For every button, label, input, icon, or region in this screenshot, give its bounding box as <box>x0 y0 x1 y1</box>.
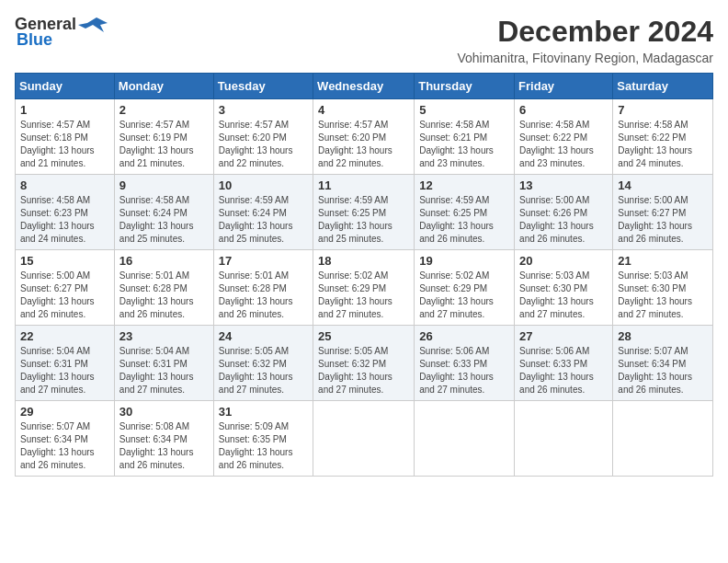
day-detail: Sunrise: 4:57 AMSunset: 6:20 PMDaylight:… <box>318 120 392 168</box>
day-detail: Sunrise: 5:00 AMSunset: 6:27 PMDaylight:… <box>20 270 95 319</box>
day-number: 28 <box>618 329 708 343</box>
table-cell: 21 Sunrise: 5:03 AMSunset: 6:30 PMDaylig… <box>613 250 713 326</box>
day-number: 3 <box>219 103 308 117</box>
table-cell: 13 Sunrise: 5:00 AMSunset: 6:26 PMDaylig… <box>515 175 613 250</box>
day-number: 12 <box>419 178 509 192</box>
week-row-2: 8 Sunrise: 4:58 AMSunset: 6:23 PMDayligh… <box>16 175 713 250</box>
day-detail: Sunrise: 5:03 AMSunset: 6:30 PMDaylight:… <box>618 270 692 319</box>
header-tuesday: Tuesday <box>213 74 313 99</box>
table-cell: 11 Sunrise: 4:59 AMSunset: 6:25 PMDaylig… <box>313 175 415 250</box>
table-cell: 29 Sunrise: 5:07 AMSunset: 6:34 PMDaylig… <box>16 401 115 477</box>
day-number: 22 <box>20 329 109 343</box>
table-cell: 9 Sunrise: 4:58 AMSunset: 6:24 PMDayligh… <box>114 175 213 250</box>
logo-bird-icon <box>78 16 108 34</box>
table-cell: 10 Sunrise: 4:59 AMSunset: 6:24 PMDaylig… <box>213 175 313 250</box>
day-detail: Sunrise: 5:02 AMSunset: 6:29 PMDaylight:… <box>419 270 494 319</box>
day-detail: Sunrise: 5:00 AMSunset: 6:26 PMDaylight:… <box>519 195 594 244</box>
svg-marker-0 <box>78 17 108 32</box>
table-cell: 2 Sunrise: 4:57 AMSunset: 6:19 PMDayligh… <box>114 99 213 175</box>
day-detail: Sunrise: 4:59 AMSunset: 6:25 PMDaylight:… <box>419 195 494 244</box>
table-cell <box>415 401 515 477</box>
day-number: 30 <box>119 405 209 419</box>
day-number: 31 <box>219 405 308 419</box>
day-detail: Sunrise: 5:04 AMSunset: 6:31 PMDaylight:… <box>119 346 194 395</box>
day-detail: Sunrise: 5:00 AMSunset: 6:27 PMDaylight:… <box>618 195 692 244</box>
day-number: 29 <box>20 405 109 419</box>
header-wednesday: Wednesday <box>313 74 415 99</box>
day-number: 18 <box>318 254 409 268</box>
day-number: 25 <box>318 329 409 343</box>
day-detail: Sunrise: 4:59 AMSunset: 6:24 PMDaylight:… <box>219 195 293 244</box>
day-detail: Sunrise: 4:58 AMSunset: 6:22 PMDaylight:… <box>519 120 594 168</box>
day-number: 16 <box>119 254 209 268</box>
week-row-4: 22 Sunrise: 5:04 AMSunset: 6:31 PMDaylig… <box>16 326 713 401</box>
table-cell: 1 Sunrise: 4:57 AMSunset: 6:18 PMDayligh… <box>16 99 115 175</box>
header-friday: Friday <box>515 74 613 99</box>
day-detail: Sunrise: 5:03 AMSunset: 6:30 PMDaylight:… <box>519 270 594 319</box>
week-row-1: 1 Sunrise: 4:57 AMSunset: 6:18 PMDayligh… <box>16 99 713 175</box>
table-cell: 3 Sunrise: 4:57 AMSunset: 6:20 PMDayligh… <box>213 99 313 175</box>
header-sunday: Sunday <box>16 74 115 99</box>
table-cell: 30 Sunrise: 5:08 AMSunset: 6:34 PMDaylig… <box>114 401 213 477</box>
table-cell: 27 Sunrise: 5:06 AMSunset: 6:33 PMDaylig… <box>515 326 613 401</box>
table-cell: 7 Sunrise: 4:58 AMSunset: 6:22 PMDayligh… <box>613 99 713 175</box>
day-detail: Sunrise: 4:57 AMSunset: 6:18 PMDaylight:… <box>20 120 95 168</box>
table-cell: 26 Sunrise: 5:06 AMSunset: 6:33 PMDaylig… <box>415 326 515 401</box>
table-cell: 28 Sunrise: 5:07 AMSunset: 6:34 PMDaylig… <box>613 326 713 401</box>
day-detail: Sunrise: 4:58 AMSunset: 6:22 PMDaylight:… <box>618 120 692 168</box>
day-number: 15 <box>20 254 109 268</box>
day-detail: Sunrise: 5:05 AMSunset: 6:32 PMDaylight:… <box>219 346 293 395</box>
table-cell: 25 Sunrise: 5:05 AMSunset: 6:32 PMDaylig… <box>313 326 415 401</box>
table-cell: 22 Sunrise: 5:04 AMSunset: 6:31 PMDaylig… <box>16 326 115 401</box>
day-number: 8 <box>20 178 109 192</box>
calendar-header-row: Sunday Monday Tuesday Wednesday Thursday… <box>16 74 713 99</box>
day-detail: Sunrise: 4:59 AMSunset: 6:25 PMDaylight:… <box>318 195 392 244</box>
day-number: 1 <box>20 103 109 117</box>
header-saturday: Saturday <box>613 74 713 99</box>
table-cell: 16 Sunrise: 5:01 AMSunset: 6:28 PMDaylig… <box>114 250 213 326</box>
day-number: 27 <box>519 329 608 343</box>
table-cell: 20 Sunrise: 5:03 AMSunset: 6:30 PMDaylig… <box>515 250 613 326</box>
header-monday: Monday <box>114 74 213 99</box>
day-number: 2 <box>119 103 209 117</box>
day-number: 26 <box>419 329 509 343</box>
logo: General Blue <box>15 15 108 50</box>
table-cell: 4 Sunrise: 4:57 AMSunset: 6:20 PMDayligh… <box>313 99 415 175</box>
table-cell <box>313 401 415 477</box>
table-cell: 15 Sunrise: 5:00 AMSunset: 6:27 PMDaylig… <box>16 250 115 326</box>
table-cell: 23 Sunrise: 5:04 AMSunset: 6:31 PMDaylig… <box>114 326 213 401</box>
table-cell: 18 Sunrise: 5:02 AMSunset: 6:29 PMDaylig… <box>313 250 415 326</box>
day-detail: Sunrise: 4:58 AMSunset: 6:24 PMDaylight:… <box>119 195 194 244</box>
table-cell: 8 Sunrise: 4:58 AMSunset: 6:23 PMDayligh… <box>16 175 115 250</box>
logo-blue: Blue <box>17 30 52 50</box>
table-cell: 31 Sunrise: 5:09 AMSunset: 6:35 PMDaylig… <box>213 401 313 477</box>
day-detail: Sunrise: 5:01 AMSunset: 6:28 PMDaylight:… <box>219 270 293 319</box>
day-number: 20 <box>519 254 608 268</box>
day-number: 21 <box>618 254 708 268</box>
day-detail: Sunrise: 5:07 AMSunset: 6:34 PMDaylight:… <box>618 346 692 395</box>
title-section: December 2024 Vohimanitra, Fitovinany Re… <box>457 15 713 65</box>
table-cell: 6 Sunrise: 4:58 AMSunset: 6:22 PMDayligh… <box>515 99 613 175</box>
day-number: 9 <box>119 178 209 192</box>
calendar-table: Sunday Monday Tuesday Wednesday Thursday… <box>15 73 713 477</box>
day-number: 19 <box>419 254 509 268</box>
day-detail: Sunrise: 5:08 AMSunset: 6:34 PMDaylight:… <box>119 421 194 470</box>
day-number: 24 <box>219 329 308 343</box>
day-detail: Sunrise: 5:01 AMSunset: 6:28 PMDaylight:… <box>119 270 194 319</box>
week-row-3: 15 Sunrise: 5:00 AMSunset: 6:27 PMDaylig… <box>16 250 713 326</box>
table-cell: 24 Sunrise: 5:05 AMSunset: 6:32 PMDaylig… <box>213 326 313 401</box>
table-cell: 17 Sunrise: 5:01 AMSunset: 6:28 PMDaylig… <box>213 250 313 326</box>
page-subtitle: Vohimanitra, Fitovinany Region, Madagasc… <box>457 51 713 65</box>
page-title: December 2024 <box>457 15 713 49</box>
day-detail: Sunrise: 4:58 AMSunset: 6:23 PMDaylight:… <box>20 195 95 244</box>
day-detail: Sunrise: 4:57 AMSunset: 6:19 PMDaylight:… <box>119 120 194 168</box>
day-number: 11 <box>318 178 409 192</box>
table-cell: 5 Sunrise: 4:58 AMSunset: 6:21 PMDayligh… <box>415 99 515 175</box>
table-cell: 14 Sunrise: 5:00 AMSunset: 6:27 PMDaylig… <box>613 175 713 250</box>
table-cell: 19 Sunrise: 5:02 AMSunset: 6:29 PMDaylig… <box>415 250 515 326</box>
day-detail: Sunrise: 5:02 AMSunset: 6:29 PMDaylight:… <box>318 270 392 319</box>
day-detail: Sunrise: 5:06 AMSunset: 6:33 PMDaylight:… <box>519 346 594 395</box>
page-header: General Blue December 2024 Vohimanitra, … <box>15 15 713 65</box>
day-number: 10 <box>219 178 308 192</box>
table-cell: 12 Sunrise: 4:59 AMSunset: 6:25 PMDaylig… <box>415 175 515 250</box>
